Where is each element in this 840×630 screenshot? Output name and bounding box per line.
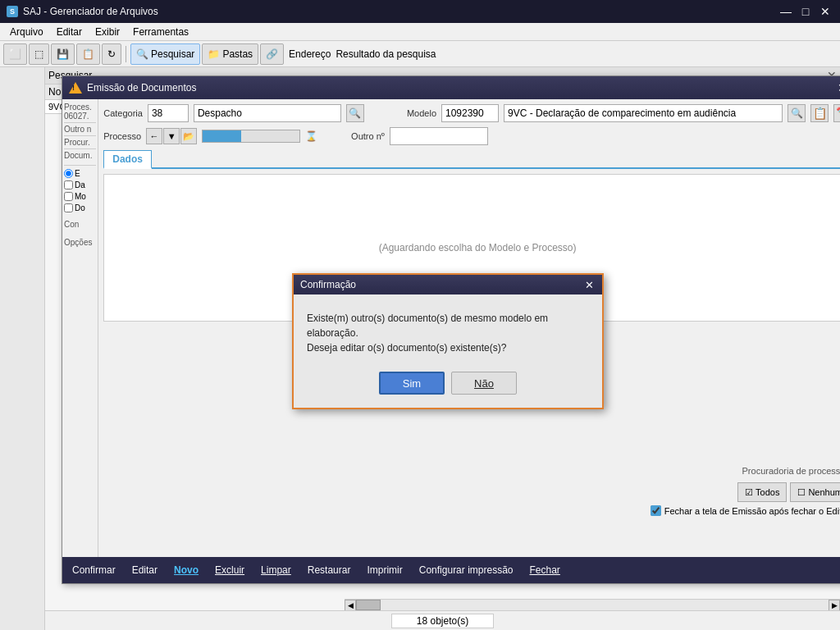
confirm-title: Confirmação: [300, 279, 356, 290]
emissao-right-panel: Procuradoria de processos ☑ Todos ☐ Nenh…: [651, 466, 840, 516]
emissao-title-text: Emissão de Documentos: [87, 82, 196, 94]
nenhum-button[interactable]: ☐ Nenhum: [790, 482, 840, 502]
footer-imprimir[interactable]: Imprimir: [363, 563, 405, 578]
confirm-close-button[interactable]: ✕: [582, 278, 596, 291]
sidebar: [0, 67, 45, 630]
emissao-footer: Confirmar Editar Novo Excluir Limpar Res…: [62, 557, 840, 583]
sidebar-processos-label: Proces. 06027.: [64, 103, 96, 123]
menu-arquivo[interactable]: Arquivo: [3, 25, 50, 39]
scroll-thumb[interactable]: [356, 600, 381, 610]
outro-n-label: Outro nº: [351, 131, 385, 141]
confirm-nao-button[interactable]: Não: [451, 372, 517, 395]
confirm-body: Existe(m) outro(s) documento(s) de mesmo…: [294, 294, 602, 408]
toolbar-refresh[interactable]: ↻: [102, 43, 121, 65]
procuradoria-label: Procuradoria de processos: [742, 466, 840, 476]
title-bar: S SAJ - Gerenciador de Arquivos — □ ✕: [0, 0, 840, 23]
progress-fill: [203, 130, 241, 142]
footer-excluir[interactable]: Excluir: [212, 563, 248, 578]
sidebar-content: [0, 67, 44, 71]
warning-icon: [69, 82, 82, 94]
horizontal-scrollbar[interactable]: ◀ ▶: [345, 599, 840, 610]
toolbar-btn-3[interactable]: 💾: [51, 43, 75, 65]
search-result-text: Resultado da pesquisa: [336, 48, 436, 60]
tab-dados[interactable]: Dados: [103, 150, 152, 169]
check-da[interactable]: Da: [64, 180, 96, 189]
fechar-editor-row: Fechar a tela de Emissão após fechar o E…: [651, 505, 840, 516]
maximize-button[interactable]: □: [797, 3, 814, 20]
toolbar-btn-4[interactable]: 📋: [76, 43, 100, 65]
main-area: Pesquisar ✕ Nome Cópia local 9VC - Decla…: [0, 67, 840, 630]
content-area: Pesquisar ✕ Nome Cópia local 9VC - Decla…: [45, 67, 840, 630]
todos-button[interactable]: ☑ Todos: [737, 482, 787, 502]
title-text: SAJ - Gerenciador de Arquivos: [23, 6, 158, 17]
emissao-close-button[interactable]: ✕: [835, 80, 840, 95]
modelo-edit-btn[interactable]: ✏️: [833, 104, 840, 122]
scroll-track[interactable]: [356, 600, 829, 610]
menu-ferramentas[interactable]: Ferramentas: [126, 25, 195, 39]
footer-fechar[interactable]: Fechar: [526, 563, 563, 578]
menu-editar[interactable]: Editar: [50, 25, 89, 39]
toolbar-btn-1[interactable]: ⬜: [3, 43, 27, 65]
modelo-value-input[interactable]: [504, 104, 783, 122]
dropdown-btn[interactable]: ▼: [163, 128, 180, 144]
categoria-search-btn[interactable]: 🔍: [346, 104, 364, 122]
status-bar: 18 objeto(s): [45, 610, 840, 630]
spinner-icon: ⌛: [305, 130, 322, 142]
modelo-num-input[interactable]: [441, 104, 499, 122]
footer-novo[interactable]: Novo: [171, 563, 202, 578]
close-button[interactable]: ✕: [817, 3, 833, 20]
footer-confirmar[interactable]: Confirmar: [69, 563, 119, 578]
fechar-checkbox[interactable]: [651, 505, 661, 516]
check-do[interactable]: Do: [64, 203, 96, 212]
menu-exibir[interactable]: Exibir: [89, 25, 126, 39]
scroll-right-btn[interactable]: ▶: [829, 600, 840, 611]
footer-editar[interactable]: Editar: [129, 563, 161, 578]
processo-nav: ← ▼ 📂: [146, 128, 197, 144]
sidebar-procurar-label: Procur.: [64, 138, 96, 149]
categoria-label: Categoria: [103, 108, 143, 118]
confirm-message: Existe(m) outro(s) documento(s) de mesmo…: [307, 311, 589, 355]
app-icon: S: [7, 6, 18, 17]
emissao-sidebar: Proces. 06027. Outro n Procur. Docum.: [62, 99, 98, 557]
modelo-label: Modelo: [407, 108, 436, 118]
menu-bar: Arquivo Editar Exibir Ferramentas: [0, 23, 840, 41]
scroll-left-btn[interactable]: ◀: [345, 600, 356, 611]
categoria-num-input[interactable]: [148, 104, 189, 122]
minimize-button[interactable]: —: [778, 3, 794, 20]
outro-n-input[interactable]: [390, 127, 488, 145]
title-controls: — □ ✕: [778, 3, 833, 20]
progress-bar: [202, 130, 300, 143]
check-mo[interactable]: Mo: [64, 192, 96, 201]
binoculars-icon: 🔍: [136, 48, 148, 60]
separator-1: [126, 46, 126, 62]
modelo-copy-btn[interactable]: 📋: [810, 104, 829, 122]
con-label: Con: [64, 215, 96, 230]
confirm-buttons: Sim Não: [307, 372, 589, 395]
footer-limpar[interactable]: Limpar: [258, 563, 294, 578]
categoria-modelo-row: Categoria 🔍 Modelo 🔍 📋 ✏️: [103, 104, 840, 122]
toolbar-pastas[interactable]: 📁 Pastas: [202, 43, 258, 65]
tab-bar: Dados: [103, 150, 840, 169]
modelo-search-btn[interactable]: 🔍: [788, 104, 806, 122]
folder-icon: 📁: [208, 48, 220, 60]
confirmation-dialog: Confirmação ✕ Existe(m) outro(s) documen…: [292, 273, 604, 409]
back-btn[interactable]: ←: [146, 128, 162, 144]
folder-btn[interactable]: 📂: [180, 128, 197, 144]
todos-icon: ☑: [745, 487, 753, 498]
fechar-label: Fechar a tela de Emissão após fechar o E…: [664, 506, 840, 516]
toolbar-pesquisar[interactable]: 🔍 Pesquisar: [130, 43, 200, 65]
opcoes-label: Opções: [64, 236, 96, 248]
categoria-value-input[interactable]: [194, 104, 341, 122]
footer-restaurar[interactable]: Restaurar: [304, 563, 354, 578]
sidebar-outro-label: Outro n: [64, 125, 96, 136]
emissao-title-left: Emissão de Documentos: [69, 82, 196, 94]
toolbar-btn-2[interactable]: ⬚: [29, 43, 49, 65]
footer-configurar[interactable]: Configurar impressão: [416, 563, 517, 578]
radio-e[interactable]: E: [64, 169, 96, 178]
status-text: 18 objeto(s): [391, 614, 494, 628]
toolbar-endereco-icon[interactable]: 🔗: [260, 43, 284, 65]
waiting-message: (Aguardando escolha do Modelo e Processo…: [379, 242, 577, 253]
toolbar: ⬜ ⬚ 💾 📋 ↻ 🔍 Pesquisar 📁 Pastas 🔗 Endereç…: [0, 41, 840, 67]
nenhum-icon: ☐: [797, 487, 806, 498]
confirm-sim-button[interactable]: Sim: [379, 372, 445, 395]
